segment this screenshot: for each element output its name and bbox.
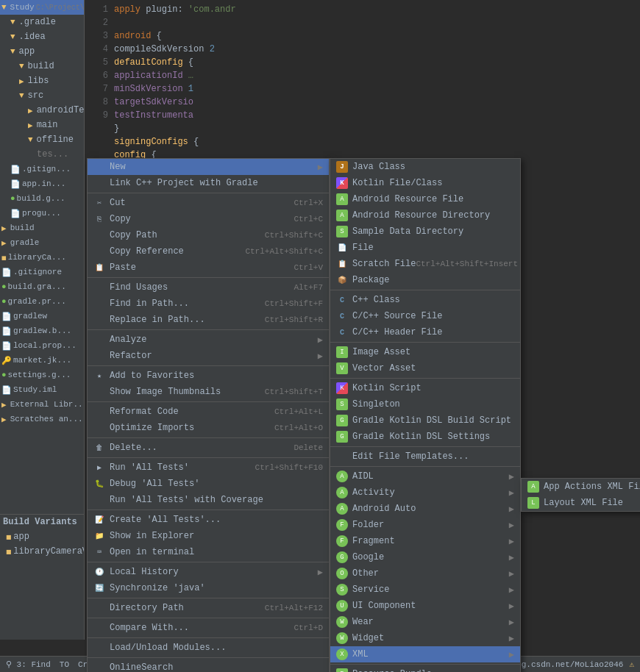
submenu-package[interactable]: 📦 Package [330, 272, 520, 288]
tree-item-localprop[interactable]: 📄 local.prop... [0, 338, 84, 353]
submenu-cpp-header[interactable]: C C/C++ Header File [330, 324, 520, 340]
tree-item-offline[interactable]: ▼ offline [0, 132, 84, 147]
submenu-fragment[interactable]: F Fragment ▶ [330, 533, 520, 549]
menu-item-copy[interactable]: ⎘ Copy Ctrl+C [88, 211, 329, 227]
tree-item-app[interactable]: ▼ app [0, 44, 84, 59]
menu-item-run-coverage[interactable]: Run 'All Tests' with Coverage [88, 492, 329, 508]
menu-item-delete[interactable]: 🗑 Delete... Delete [88, 440, 329, 456]
new-icon [93, 161, 105, 173]
submenu-label-widget: Widget [352, 633, 384, 643]
submenu-widget[interactable]: W Widget ▶ [330, 630, 520, 646]
menu-item-debug-all-tests[interactable]: 🐛 Debug 'All Tests' [88, 476, 329, 492]
tree-item-progu[interactable]: 📄 progu... [0, 206, 84, 221]
menu-item-create-all-tests[interactable]: 📝 Create 'All Tests'... [88, 512, 329, 528]
menu-item-local-history[interactable]: 🕐 Local History ▶ [88, 564, 329, 580]
status-find[interactable]: ⚲ 3: Find [6, 660, 51, 669]
tree-item-app2[interactable]: ◼ app [0, 529, 84, 544]
submenu-ui-component[interactable]: U UI Component ▶ [330, 598, 520, 614]
submenu-resource-bundle[interactable]: R Resource Bundle [330, 666, 520, 672]
menu-item-copy-reference[interactable]: Copy Reference Ctrl+Alt+Shift+C [88, 243, 329, 260]
menu-item-refactor[interactable]: Refactor ▶ [88, 348, 329, 364]
separator [88, 457, 329, 458]
submenu-android-auto[interactable]: A Android Auto ▶ [330, 501, 520, 517]
tree-item-studyiml[interactable]: 📄 Study.iml [0, 382, 84, 397]
tree-item-settingsg[interactable]: ● settings.g... [0, 368, 84, 382]
submenu-vector-asset[interactable]: V Vector Asset [330, 360, 520, 376]
submenu-scratch-file[interactable]: 📋 Scratch File Ctrl+Alt+Shift+Insert [330, 256, 520, 272]
menu-item-find-in-path[interactable]: Find in Path... Ctrl+Shift+F [88, 296, 329, 312]
menu-item-replace-in-path[interactable]: Replace in Path... Ctrl+Shift+R [88, 312, 329, 328]
build-variants-label[interactable]: Build Variants [0, 515, 84, 529]
submenu-activity[interactable]: A Activity ▶ [330, 485, 520, 501]
menu-item-paste[interactable]: 📋 Paste Ctrl+V [88, 260, 329, 276]
tree-item-librarycamv[interactable]: ◼ libraryCameraV [0, 544, 84, 559]
submenu-singleton[interactable]: S Singleton [330, 396, 520, 412]
status-to[interactable]: TO [60, 660, 69, 669]
submenu-edit-file-templates[interactable]: Edit File Templates... [330, 448, 520, 465]
menu-item-online-search[interactable]: OnlineSearch [88, 660, 329, 672]
tree-item-gradle[interactable]: ▼ .gradle [0, 15, 84, 29]
tree-item-external-libs[interactable]: ▶ External Libr... [0, 397, 84, 412]
submenu-app-actions-xml[interactable]: A App Actions XML File [522, 479, 640, 495]
menu-item-find-usages[interactable]: Find Usages Alt+F7 [88, 279, 329, 296]
tree-item-gradlew[interactable]: 📄 gradlew [0, 309, 84, 324]
submenu-folder[interactable]: F Folder ▶ [330, 517, 520, 533]
tree-item-main[interactable]: ▶ main [0, 118, 84, 132]
tree-item-gitignore[interactable]: 📄 .gitign... [0, 162, 84, 176]
tree-item-librarycam[interactable]: ◼ libraryCa... [0, 250, 84, 265]
submenu-sample-data[interactable]: S Sample Data Directory [330, 224, 520, 240]
submenu-java-class[interactable]: J Java Class [330, 159, 520, 175]
submenu-android-resource[interactable]: A Android Resource File [330, 191, 520, 207]
menu-item-optimize-imports[interactable]: Optimize Imports Ctrl+Alt+O [88, 420, 329, 436]
menu-item-copy-path[interactable]: Copy Path Ctrl+Shift+C [88, 227, 329, 243]
menu-item-load-unload[interactable]: Load/Unload Modules... [88, 640, 329, 656]
menu-item-reformat[interactable]: Reformat Code Ctrl+Alt+L [88, 404, 329, 420]
tree-item-appini[interactable]: 📄 app.in... [0, 176, 84, 191]
tree-item-androidtest[interactable]: ▶ androidTest [0, 103, 84, 118]
menu-item-cut[interactable]: ✂ Cut Ctrl+X [88, 195, 329, 211]
menu-item-directory-path[interactable]: Directory Path Ctrl+Alt+F12 [88, 600, 329, 616]
submenu-aidl[interactable]: A AIDL ▶ [330, 468, 520, 485]
menu-item-open-terminal[interactable]: ⌨ Open in terminal [88, 544, 329, 560]
tree-item-gitignore2[interactable]: 📄 .gitignore [0, 265, 84, 279]
tree-item-buildg[interactable]: ● build.g... [0, 191, 84, 206]
submenu-kotlin-script[interactable]: K Kotlin Script [330, 380, 520, 396]
submenu-cpp-class[interactable]: C C++ Class [330, 292, 520, 308]
separator [330, 378, 520, 379]
tree-item-marketjk[interactable]: 🔑 market.jk... [0, 353, 84, 368]
submenu-file[interactable]: 📄 File [330, 240, 520, 256]
submenu-xml[interactable]: X XML ▶ [330, 646, 520, 662]
menu-item-new[interactable]: New ▶ [88, 159, 329, 175]
tree-item-study[interactable]: ▼ Study C:\Project\Study [0, 0, 84, 15]
tree-item-buildgra[interactable]: ● build.gra... [0, 279, 84, 294]
tree-item-build[interactable]: ▼ build [0, 59, 84, 74]
submenu-cpp-source[interactable]: C C/C++ Source File [330, 308, 520, 324]
menu-item-link-cpp[interactable]: Link C++ Project with Gradle [88, 175, 329, 191]
submenu-image-asset[interactable]: I Image Asset [330, 344, 520, 360]
tree-item-gradlewb[interactable]: 📄 gradlew.b... [0, 324, 84, 338]
tree-item-libs[interactable]: ▶ libs [0, 74, 84, 88]
submenu-layout-xml[interactable]: L Layout XML File [522, 495, 640, 511]
menu-item-compare-with[interactable]: Compare With... Ctrl+D [88, 620, 329, 636]
menu-item-analyze[interactable]: Analyze ▶ [88, 332, 329, 348]
submenu-other[interactable]: O Other ▶ [330, 565, 520, 582]
tree-item-scratches[interactable]: ▶ Scratches an... [0, 412, 84, 426]
tree-item-idea[interactable]: ▼ .idea [0, 29, 84, 44]
tree-item-test[interactable]: tes... [0, 147, 84, 162]
submenu-kotlin-file[interactable]: K Kotlin File/Class [330, 175, 520, 191]
submenu-android-resource-dir[interactable]: A Android Resource Directory [330, 207, 520, 224]
tree-item-gradlepr[interactable]: ● gradle.pr... [0, 294, 84, 309]
menu-item-synchronize[interactable]: 🔄 Synchronize 'java' [88, 580, 329, 596]
tree-item-build2[interactable]: ▶ build [0, 221, 84, 235]
menu-item-add-favorites[interactable]: ★ Add to Favorites [88, 368, 329, 384]
menu-item-show-explorer[interactable]: 📁 Show in Explorer [88, 528, 329, 544]
submenu-gradle-dsl-settings[interactable]: G Gradle Kotlin DSL Settings [330, 429, 520, 445]
tree-item-src[interactable]: ▼ src [0, 88, 84, 103]
submenu-gradle-dsl-build[interactable]: G Gradle Kotlin DSL Build Script [330, 412, 520, 429]
tree-item-gradle2[interactable]: ▶ gradle [0, 235, 84, 250]
menu-item-run-all-tests[interactable]: ▶ Run 'All Tests' Ctrl+Shift+F10 [88, 460, 329, 476]
menu-item-show-thumbnails[interactable]: Show Image Thumbnails Ctrl+Shift+T [88, 384, 329, 400]
submenu-service[interactable]: S Service ▶ [330, 582, 520, 598]
submenu-wear[interactable]: W Wear ▶ [330, 614, 520, 630]
submenu-google[interactable]: G Google ▶ [330, 549, 520, 565]
